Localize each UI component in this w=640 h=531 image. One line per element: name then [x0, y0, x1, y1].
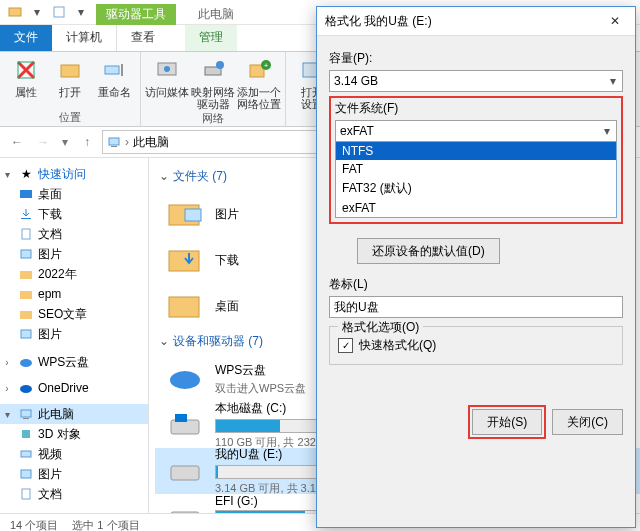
dialog-title: 格式化 我的U盘 (E:) — [325, 13, 603, 30]
svg-rect-37 — [169, 297, 199, 317]
tab-computer[interactable]: 计算机 — [52, 25, 117, 51]
explorer-icon — [6, 3, 24, 21]
volume-label-input[interactable]: 我的U盘 — [329, 296, 623, 318]
svg-point-10 — [216, 61, 224, 69]
close-dialog-button[interactable]: 关闭(C) — [552, 409, 623, 435]
pc-icon — [107, 135, 121, 149]
sidebar-item[interactable]: 视频 — [38, 446, 62, 463]
svg-rect-20 — [22, 229, 30, 239]
ribbon-add-network-location[interactable]: +添加一个 网络位置 — [237, 56, 281, 110]
video-icon — [18, 446, 34, 462]
svg-rect-21 — [21, 250, 31, 258]
sidebar-item[interactable]: epm — [38, 287, 61, 301]
sidebar-item[interactable]: 图片 — [38, 466, 62, 483]
svg-rect-33 — [22, 489, 30, 499]
sidebar-item[interactable]: 图片 — [38, 326, 62, 343]
fs-option[interactable]: FAT32 (默认) — [336, 178, 616, 199]
doc-icon — [18, 486, 34, 502]
sidebar-item[interactable]: 图片 — [38, 246, 62, 263]
onedrive-icon — [18, 380, 34, 396]
chevron-right-icon: › — [125, 135, 129, 149]
crumb-this-pc[interactable]: 此电脑 — [133, 134, 169, 151]
sidebar-item[interactable]: 3D 对象 — [38, 426, 81, 443]
tab-view[interactable]: 查看 — [117, 25, 169, 51]
svg-rect-0 — [9, 8, 21, 16]
dialog-close-button[interactable]: ✕ — [603, 11, 627, 31]
svg-point-27 — [20, 385, 32, 393]
svg-rect-22 — [20, 271, 32, 279]
format-options-label: 格式化选项(O) — [338, 319, 423, 336]
svg-rect-35 — [185, 209, 201, 221]
nav-forward[interactable]: → — [32, 131, 54, 153]
picture-icon — [18, 246, 34, 262]
folder-icon — [18, 306, 34, 322]
sidebar-item[interactable]: 下载 — [38, 206, 62, 223]
tab-manage[interactable]: 管理 — [185, 25, 237, 51]
cloud-icon — [18, 354, 34, 370]
sidebar-item[interactable]: 桌面 — [38, 186, 62, 203]
capacity-label: 容量(P): — [329, 50, 623, 67]
nav-tree: ▾★快速访问 桌面 下载 文档 图片 2022年 epm SEO文章 图片 ›W… — [0, 158, 149, 513]
svg-rect-36 — [169, 251, 199, 271]
start-button[interactable]: 开始(S) — [472, 409, 542, 435]
svg-rect-18 — [20, 190, 32, 198]
svg-rect-16 — [109, 138, 119, 145]
ribbon-open[interactable]: 打开 — [50, 56, 90, 98]
svg-rect-23 — [20, 291, 32, 299]
ribbon-map-network-drive[interactable]: 映射网络 驱动器 — [191, 56, 235, 110]
chevron-down-icon: ▾ — [598, 121, 616, 141]
nav-up[interactable]: ↑ — [76, 131, 98, 153]
svg-rect-39 — [171, 420, 199, 434]
capacity-select[interactable]: 3.14 GB▾ — [329, 70, 623, 92]
svg-rect-32 — [21, 470, 31, 478]
sidebar-this-pc[interactable]: 此电脑 — [38, 406, 74, 423]
cube-icon — [18, 426, 34, 442]
svg-rect-19 — [21, 218, 31, 219]
file-tab[interactable]: 文件 — [0, 25, 52, 51]
svg-rect-30 — [22, 430, 30, 438]
ribbon-group-location: 位置 — [59, 109, 81, 126]
context-tab-drive-tools: 驱动器工具 — [96, 4, 176, 25]
sidebar-onedrive[interactable]: OneDrive — [38, 381, 89, 395]
doc-icon — [18, 226, 34, 242]
nav-back[interactable]: ← — [6, 131, 28, 153]
fs-option[interactable]: exFAT — [336, 199, 616, 217]
svg-rect-28 — [21, 410, 31, 417]
svg-point-26 — [20, 359, 32, 367]
sidebar-wps[interactable]: WPS云盘 — [38, 354, 89, 371]
svg-text:+: + — [264, 61, 269, 70]
sidebar-item[interactable]: SEO文章 — [38, 306, 87, 323]
filesystem-dropdown-list: NTFS FAT FAT32 (默认) exFAT — [335, 141, 617, 218]
pc-icon — [18, 406, 34, 422]
status-selection: 选中 1 个项目 — [72, 518, 139, 532]
folder-icon — [18, 286, 34, 302]
qat-btn2[interactable]: ▾ — [72, 3, 90, 21]
qat-dropdown[interactable]: ▾ — [28, 3, 46, 21]
quick-format-checkbox[interactable]: ✓ 快速格式化(Q) — [338, 337, 614, 354]
svg-rect-5 — [105, 66, 119, 74]
filesystem-label: 文件系统(F) — [335, 100, 617, 117]
status-item-count: 14 个项目 — [10, 518, 58, 532]
sidebar-item[interactable]: 文档 — [38, 486, 62, 503]
ribbon-group-network: 网络 — [202, 110, 224, 127]
qat-btn1[interactable] — [50, 3, 68, 21]
fs-option[interactable]: NTFS — [336, 142, 616, 160]
fs-option[interactable]: FAT — [336, 160, 616, 178]
picture-icon — [18, 466, 34, 482]
svg-point-8 — [164, 66, 170, 72]
sidebar-item[interactable]: 2022年 — [38, 266, 77, 283]
restore-defaults-button[interactable]: 还原设备的默认值(D) — [357, 238, 500, 264]
filesystem-select[interactable]: exFAT▾ — [335, 120, 617, 142]
svg-rect-29 — [23, 418, 29, 419]
check-icon: ✓ — [338, 338, 353, 353]
sidebar-quick-access[interactable]: 快速访问 — [38, 166, 86, 183]
sidebar-item[interactable]: 文档 — [38, 226, 62, 243]
ribbon-access-media[interactable]: 访问媒体 — [145, 56, 189, 98]
desktop-icon — [18, 186, 34, 202]
ribbon-properties[interactable]: 属性 — [4, 56, 48, 98]
nav-recent[interactable]: ▾ — [58, 131, 72, 153]
ribbon-rename[interactable]: 重命名 — [92, 56, 136, 98]
svg-rect-17 — [111, 146, 117, 147]
svg-rect-42 — [171, 512, 199, 513]
volume-label-label: 卷标(L) — [329, 276, 623, 293]
